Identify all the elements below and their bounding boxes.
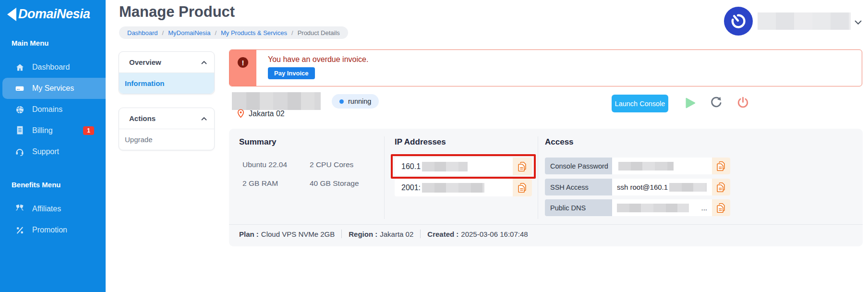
plan-label: Plan : bbox=[239, 230, 259, 238]
pay-invoice-button[interactable]: Pay Invoice bbox=[268, 67, 315, 79]
sidebar-item-label: Promotion bbox=[32, 226, 67, 234]
server-name-redacted bbox=[232, 92, 321, 110]
overview-card-header[interactable]: Overview bbox=[119, 52, 214, 73]
breadcrumb-separator: / bbox=[162, 29, 164, 36]
redacted-value bbox=[422, 162, 468, 171]
sidebar-item-affiliates[interactable]: Affiliates bbox=[0, 198, 106, 219]
ssh-access-row: SSH Access ssh root@160.1 bbox=[545, 179, 730, 195]
user-avatar[interactable] bbox=[724, 7, 753, 36]
overview-heading: Overview bbox=[129, 58, 161, 66]
power-logo-icon bbox=[730, 12, 747, 30]
copy-public-dns-button[interactable] bbox=[712, 199, 730, 216]
receipt-icon bbox=[14, 125, 25, 136]
summary-item-ram: 2 GB RAM bbox=[242, 179, 310, 188]
breadcrumb-link-mydomainesia[interactable]: MyDomaiNesia bbox=[168, 29, 210, 36]
sidebar-item-label: Billing bbox=[32, 126, 53, 135]
home-icon bbox=[14, 62, 25, 73]
ipv6-visible-prefix: 2001: bbox=[401, 183, 421, 192]
sidebar-item-promotion[interactable]: Promotion bbox=[0, 219, 106, 241]
page-title: Manage Product bbox=[119, 3, 235, 21]
sidebar-nav-benefits: Affiliates Promotion bbox=[0, 198, 106, 241]
breadcrumb-link-dashboard[interactable]: Dashboard bbox=[127, 29, 158, 36]
plan-details-footer: Plan : Cloud VPS NVMe 2GB Region : Jakar… bbox=[239, 230, 528, 238]
shutdown-button[interactable] bbox=[736, 96, 749, 109]
console-password-row: Console Password bbox=[545, 158, 730, 174]
sidebar-item-support[interactable]: Support bbox=[0, 141, 106, 162]
sidebar-item-label: Support bbox=[32, 147, 59, 156]
sidebar-item-dashboard[interactable]: Dashboard bbox=[0, 57, 106, 78]
actions-card-header[interactable]: Actions bbox=[119, 108, 214, 129]
sidebar: DomaiNesia Main Menu Dashboard My Servic… bbox=[0, 0, 106, 292]
ipv6-address-field: 2001: bbox=[395, 179, 532, 196]
globe-icon bbox=[14, 104, 25, 115]
ipv6-value: 2001: bbox=[395, 179, 513, 196]
redacted-value bbox=[617, 204, 689, 212]
alert-body: You have an overdue invoice. Pay Invoice bbox=[256, 50, 368, 86]
menu-item-information[interactable]: Information bbox=[119, 73, 214, 94]
copy-icon bbox=[518, 161, 527, 172]
sidebar-item-domains[interactable]: Domains bbox=[0, 99, 106, 120]
exclamation-icon: ! bbox=[238, 57, 248, 68]
status-badge: running bbox=[332, 94, 379, 109]
summary-item-os: Ubuntu 22.04 bbox=[242, 160, 310, 169]
redacted-value bbox=[618, 162, 674, 170]
ipv4-value: 160.1 bbox=[395, 158, 513, 175]
location-text: Jakarta 02 bbox=[249, 110, 285, 118]
map-pin-icon bbox=[237, 109, 244, 118]
alert-message: You have an overdue invoice. bbox=[268, 55, 368, 64]
summary-item-cpu: 2 CPU Cores bbox=[310, 160, 386, 169]
ip-addresses-heading: IP Addresses bbox=[395, 137, 446, 147]
divider bbox=[341, 230, 342, 238]
brand-logo-icon bbox=[6, 7, 17, 22]
actions-card: Actions Upgrade bbox=[119, 108, 215, 150]
server-location: Jakarta 02 bbox=[237, 109, 285, 118]
copy-icon bbox=[716, 161, 726, 171]
access-heading: Access bbox=[545, 137, 574, 147]
start-button[interactable] bbox=[684, 97, 697, 110]
created-label: Created : bbox=[427, 230, 458, 238]
copy-ssh-access-button[interactable] bbox=[712, 179, 730, 195]
copy-console-password-button[interactable] bbox=[712, 158, 730, 174]
breadcrumb-separator: / bbox=[291, 29, 293, 36]
breadcrumb-separator: / bbox=[215, 29, 217, 36]
visible-value: ssh root@160.1 bbox=[617, 183, 668, 191]
summary-grid: Ubuntu 22.04 2 CPU Cores 2 GB RAM 40 GB … bbox=[242, 160, 386, 188]
access-row-label: Console Password bbox=[545, 158, 612, 174]
chevron-up-icon bbox=[201, 61, 207, 64]
breadcrumb-link-my-products-services[interactable]: My Products & Services bbox=[221, 29, 287, 36]
console-password-value bbox=[612, 158, 712, 174]
sidebar-item-billing[interactable]: Billing 1 bbox=[0, 120, 106, 141]
breadcrumb-current: Product Details bbox=[298, 29, 340, 36]
sidebar-item-label: My Services bbox=[32, 84, 74, 93]
region-value: Jakarta 02 bbox=[380, 230, 413, 238]
overdue-invoice-alert: ! You have an overdue invoice. Pay Invoi… bbox=[229, 49, 862, 86]
alert-stripe: ! bbox=[229, 50, 256, 86]
access-row-label: Public DNS bbox=[545, 199, 612, 216]
user-name-redacted[interactable] bbox=[758, 12, 851, 30]
ipv4-visible-prefix: 160.1 bbox=[401, 162, 421, 171]
actions-heading: Actions bbox=[129, 114, 156, 122]
brand-logo-text: DomaiNesia bbox=[18, 7, 90, 22]
ipv4-address-field: 160.1 bbox=[395, 158, 532, 175]
copy-ipv6-button[interactable] bbox=[513, 179, 532, 196]
ellipsis-text: ... bbox=[701, 204, 707, 212]
brand-logo[interactable]: DomaiNesia bbox=[0, 0, 106, 22]
launch-console-button[interactable]: Launch Console bbox=[612, 95, 668, 112]
copy-icon bbox=[716, 203, 726, 213]
sidebar-item-my-services[interactable]: My Services bbox=[2, 78, 106, 99]
plan-value: Cloud VPS NVMe 2GB bbox=[261, 230, 335, 238]
billing-badge: 1 bbox=[83, 126, 94, 135]
menu-item-upgrade[interactable]: Upgrade bbox=[119, 129, 214, 150]
play-icon bbox=[684, 97, 697, 110]
app: DomaiNesia Main Menu Dashboard My Servic… bbox=[0, 0, 868, 292]
restart-button[interactable] bbox=[710, 97, 722, 109]
sidebar-item-label: Domains bbox=[32, 105, 62, 114]
sidebar-nav-main: Dashboard My Services Domains Billing 1 bbox=[0, 57, 106, 162]
sidebar-heading-benefits-menu: Benefits Menu bbox=[0, 181, 106, 189]
sidebar-heading-main-menu: Main Menu bbox=[0, 39, 106, 47]
chevron-up-icon bbox=[201, 117, 207, 121]
copy-ipv4-button[interactable] bbox=[513, 158, 532, 175]
chevron-down-icon[interactable] bbox=[855, 18, 862, 27]
percent-icon bbox=[14, 225, 25, 235]
copy-icon bbox=[518, 182, 527, 193]
